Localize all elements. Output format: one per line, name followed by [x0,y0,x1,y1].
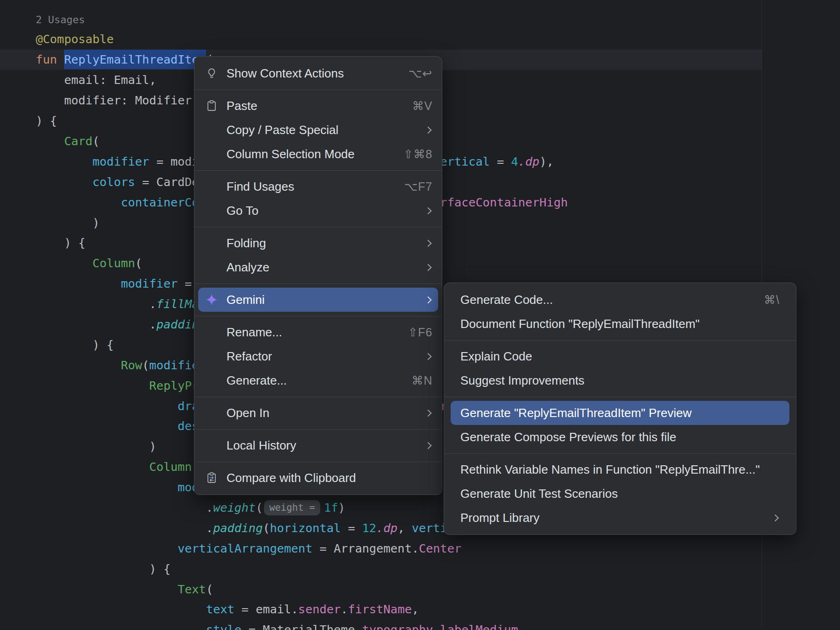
menu-item-generate-compose-previews[interactable]: Generate Compose Previews for this file [451,425,789,449]
menu-item-label: Generate "ReplyEmailThreadItem" Preview [460,406,691,420]
code-token: , [412,602,419,616]
code-line: verticalArrangement = Arrangement.Center [0,539,840,559]
code-token: email: Email, [36,73,156,87]
menu-item-document-function[interactable]: Document Function "ReplyEmailThreadItem" [451,312,789,336]
menu-item-generate-unit-test-scenarios[interactable]: Generate Unit Test Scenarios [451,482,789,506]
clipboard-icon [204,100,220,112]
gemini-submenu: Generate Code... ⌘\ Document Function "R… [444,283,796,535]
code-token: sender [298,602,341,616]
code-token: @Composable [36,32,114,46]
code-token: ) [338,501,345,514]
menu-item-go-to[interactable]: Go To [198,199,438,223]
menu-item-label: Generate Code... [460,293,553,307]
menu-item-label: Suggest Improvements [460,373,584,388]
parameter-name-inlay-hint: weight = [264,500,320,515]
menu-item-column-selection-mode[interactable]: Column Selection Mode ⇧⌘8 [198,142,438,166]
menu-item-local-history[interactable]: Local History [198,433,438,457]
code-token [36,154,92,168]
code-token: modifier [121,276,177,290]
code-token: Center [419,541,461,555]
menu-item-prompt-library[interactable]: Prompt Library [451,506,789,530]
code-token: ( [206,582,213,596]
code-token: ) [36,439,156,453]
code-token: 1f [324,501,338,514]
menu-item-label: Analyze [226,260,270,275]
menu-item-suggest-improvements[interactable]: Suggest Improvements [451,368,789,392]
menu-item-generate[interactable]: Generate... ⌘N [198,368,438,392]
code-token: . [36,317,156,331]
code-token: ) { [36,338,114,352]
menu-item-label: Generate Compose Previews for this file [460,430,676,444]
code-line: 2 Usages [0,9,840,30]
code-line: ) { [0,559,840,579]
menu-item-explain-code[interactable]: Explain Code [451,344,789,368]
menu-item-gemini[interactable]: Gemini [198,288,438,312]
shortcut-hint: ⌘N [412,374,433,387]
menu-item-label: Explain Code [460,349,532,364]
shortcut-hint: ⇧F6 [408,326,433,339]
menu-item-label: Local History [226,438,296,453]
menu-item-find-usages[interactable]: Find Usages ⌥F7 [198,174,438,199]
code-token: ( [256,501,263,514]
menu-item-open-in[interactable]: Open In [198,401,438,425]
usages-inlay-hint[interactable]: 2 Usages [36,14,85,26]
code-token: fun [36,52,64,66]
menu-item-label: Generate Unit Test Scenarios [460,487,618,501]
submenu-arrow-icon [425,409,432,417]
menu-item-folding[interactable]: Folding [198,231,438,255]
menu-separator [194,462,442,462]
code-token: . [36,297,156,311]
code-token [36,175,92,189]
menu-item-compare-with-clipboard[interactable]: Compare with Clipboard [198,466,438,490]
code-line: Text( [0,579,840,600]
code-token: Row [121,358,142,372]
code-token [36,134,64,148]
menu-item-label: Refactor [226,349,272,364]
code-token: . [36,501,213,514]
menu-item-label: Document Function "ReplyEmailThreadItem" [460,317,700,331]
menu-item-analyze[interactable]: Analyze [198,255,438,279]
code-token [36,399,178,413]
menu-item-show-context-actions[interactable]: Show Context Actions ⌥↩ [198,61,438,85]
menu-separator [444,340,796,341]
code-token: labelMedium [440,623,518,630]
code-line: text = email.sender.firstName, [0,599,840,620]
code-token: .dp [376,521,398,535]
menu-separator [194,283,442,284]
code-token: , [398,521,412,535]
menu-item-rethink-variable-names[interactable]: Rethink Variable Names in Function "Repl… [451,457,789,482]
code-token [36,541,178,555]
menu-separator [194,429,442,430]
menu-item-rename[interactable]: Rename... ⇧F6 [198,320,438,344]
code-token: ( [263,521,270,535]
menu-item-generate-preview[interactable]: Generate "ReplyEmailThreadItem" Preview [451,401,789,425]
code-token: Column [92,256,135,270]
shortcut-hint: ⌘\ [764,293,780,307]
code-token: 12 [362,521,376,535]
menu-item-paste[interactable]: Paste ⌘V [198,94,438,118]
menu-item-label: Compare with Clipboard [226,471,356,485]
submenu-arrow-icon [425,126,432,134]
menu-separator [194,170,442,171]
menu-item-refactor[interactable]: Refactor [198,344,438,368]
code-token: weight [213,501,256,514]
code-token [36,582,178,596]
menu-separator [194,316,442,316]
code-token: verticalArrangement [178,541,312,555]
menu-item-copy-paste-special[interactable]: Copy / Paste Special [198,118,438,142]
code-token: surfaceContainerHigh [426,195,568,209]
menu-item-label: Copy / Paste Special [226,123,338,137]
code-token: horizontal [270,521,341,535]
code-token: ) { [36,114,57,128]
menu-item-generate-code[interactable]: Generate Code... ⌘\ [451,288,789,312]
code-token: padding [213,521,263,535]
code-token: style [206,623,241,630]
code-token: . [36,521,213,535]
shortcut-hint: ⌘V [412,99,433,113]
editor-context-menu: Show Context Actions ⌥↩ Paste ⌘V Copy / … [194,56,442,495]
code-token: typography [362,623,433,630]
code-token: text [206,602,234,616]
code-line: style = MaterialTheme.typography.labelMe… [0,620,840,630]
code-line: @Composable [0,29,840,50]
menu-separator [444,397,796,397]
